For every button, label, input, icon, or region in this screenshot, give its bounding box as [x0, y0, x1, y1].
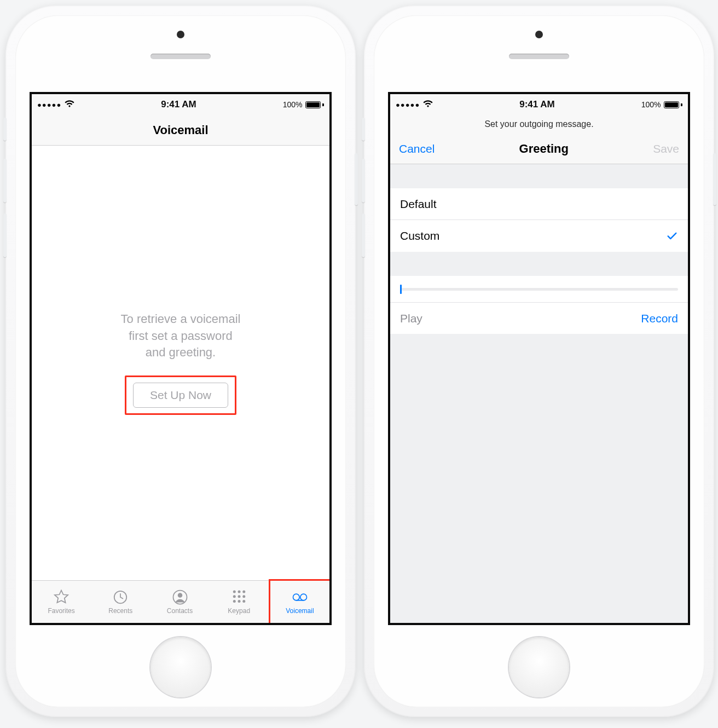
home-button[interactable] — [150, 637, 211, 697]
tab-label: Recents — [108, 607, 132, 615]
battery-icon — [664, 101, 682, 108]
status-time: 9:41 AM — [519, 99, 555, 110]
tab-keypad[interactable]: Keypad — [210, 581, 269, 623]
voicemail-empty-state: To retrieve a voicemail first set a pass… — [32, 146, 329, 580]
subheader: Set your outgoing message. — [390, 115, 688, 134]
tab-label: Keypad — [228, 607, 250, 615]
star-icon — [53, 589, 70, 605]
screen-left: ●●●●● 9:41 AM 100% Voicemail — [30, 92, 332, 625]
earpiece-speaker — [150, 54, 211, 59]
svg-point-9 — [233, 600, 235, 603]
option-label: Default — [400, 198, 437, 211]
tab-bar: Favorites Recents Contacts — [32, 580, 329, 623]
playback-progress[interactable] — [390, 276, 688, 302]
svg-point-11 — [242, 600, 245, 603]
cancel-button[interactable]: Cancel — [399, 142, 435, 155]
iphone-device-left: ●●●●● 9:41 AM 100% Voicemail — [5, 5, 356, 717]
option-custom[interactable]: Custom — [390, 220, 688, 252]
option-default[interactable]: Default — [390, 188, 688, 220]
tab-label: Contacts — [167, 607, 193, 615]
earpiece-speaker — [509, 54, 569, 59]
volume-up-button — [362, 159, 365, 203]
record-button[interactable]: Record — [641, 312, 678, 325]
svg-point-10 — [238, 600, 240, 603]
progress-cursor — [400, 285, 402, 294]
play-button[interactable]: Play — [400, 312, 422, 325]
volume-up-button — [3, 159, 7, 203]
keypad-icon — [231, 589, 247, 605]
mute-switch — [362, 118, 365, 141]
subheader-text: Set your outgoing message. — [484, 119, 593, 129]
greeting-settings: Default Custom — [390, 164, 688, 623]
set-up-now-button[interactable]: Set Up Now — [133, 383, 228, 408]
option-label: Custom — [400, 229, 439, 242]
tab-label: Voicemail — [286, 607, 314, 615]
wifi-icon — [423, 100, 433, 109]
svg-point-5 — [242, 591, 245, 593]
volume-down-button — [362, 213, 365, 257]
empty-line-2: first set a password — [121, 328, 241, 345]
power-button — [713, 153, 716, 205]
svg-point-13 — [300, 594, 307, 600]
home-button[interactable] — [509, 637, 569, 697]
save-button[interactable]: Save — [653, 142, 679, 155]
tab-contacts[interactable]: Contacts — [150, 581, 209, 623]
svg-point-8 — [242, 595, 245, 598]
front-camera — [535, 31, 543, 38]
tab-label: Favorites — [48, 607, 74, 615]
wifi-icon — [65, 100, 74, 109]
tab-recents[interactable]: Recents — [91, 581, 150, 623]
nav-title: Voicemail — [153, 123, 208, 137]
playback-actions: Play Record — [390, 302, 688, 334]
empty-state-text: To retrieve a voicemail first set a pass… — [121, 311, 241, 361]
volume-down-button — [3, 213, 7, 257]
svg-point-12 — [293, 594, 299, 600]
mute-switch — [3, 118, 7, 141]
battery-icon — [305, 101, 324, 108]
nav-bar: Voicemail — [32, 115, 329, 146]
screen-right: ●●●●● 9:41 AM 100% Set your outgoi — [388, 92, 690, 625]
clock-icon — [112, 589, 129, 605]
highlight-box-voicemail-tab: Voicemail — [269, 579, 331, 625]
signal-dots-icon: ●●●●● — [396, 101, 420, 109]
power-button — [355, 153, 358, 205]
progress-track — [400, 288, 678, 291]
svg-point-2 — [177, 593, 182, 598]
front-camera — [177, 31, 184, 38]
status-bar: ●●●●● 9:41 AM 100% — [390, 94, 688, 115]
status-bar: ●●●●● 9:41 AM 100% — [32, 94, 329, 115]
signal-dots-icon: ●●●●● — [37, 101, 61, 109]
iphone-device-right: ●●●●● 9:41 AM 100% Set your outgoi — [364, 5, 714, 717]
tab-favorites[interactable]: Favorites — [32, 581, 91, 623]
highlight-box-setup: Set Up Now — [125, 375, 236, 415]
status-time: 9:41 AM — [161, 99, 196, 110]
two-device-comparison: ●●●●● 9:41 AM 100% Voicemail — [0, 0, 718, 728]
svg-point-3 — [233, 591, 235, 593]
battery-percent: 100% — [641, 100, 661, 109]
svg-point-7 — [238, 595, 240, 598]
empty-line-3: and greeting. — [121, 344, 241, 361]
svg-point-4 — [238, 591, 240, 593]
greeting-options-group: Default Custom — [390, 188, 688, 252]
tab-voicemail[interactable]: Voicemail — [270, 581, 329, 623]
nav-title: Greeting — [519, 142, 569, 156]
nav-bar: Cancel Greeting Save — [390, 134, 688, 164]
empty-line-1: To retrieve a voicemail — [121, 311, 241, 328]
svg-point-6 — [233, 595, 235, 598]
checkmark-icon — [666, 230, 678, 242]
voicemail-icon — [292, 589, 308, 605]
battery-percent: 100% — [283, 100, 303, 109]
contact-icon — [172, 589, 188, 605]
